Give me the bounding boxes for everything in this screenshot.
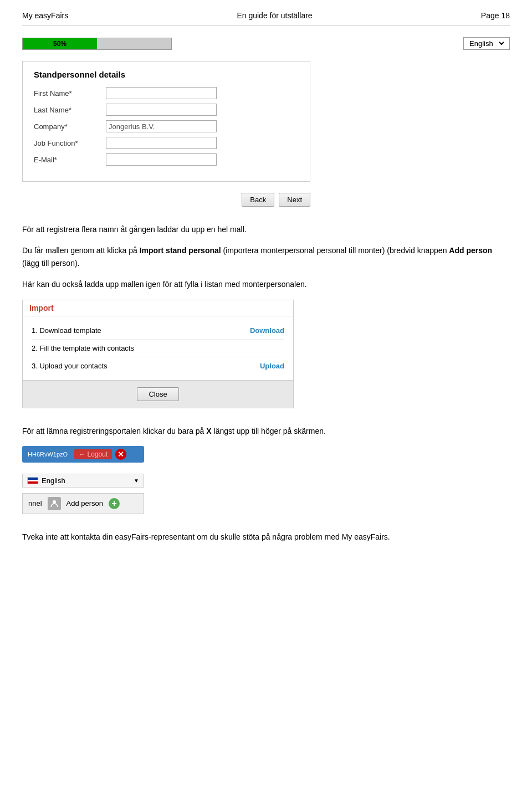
- body-text-3: Här kan du också ladda upp mallen igen f…: [22, 278, 510, 290]
- label-lastname: Last Name*: [34, 106, 106, 114]
- add-person-bar: nnel Add person +: [22, 493, 144, 514]
- page-header: My easyFairs En guide för utställare Pag…: [22, 11, 510, 26]
- download-link[interactable]: Download: [250, 326, 284, 335]
- form-row-email: E-Mail*: [34, 153, 299, 166]
- form-row-lastname: Last Name*: [34, 104, 299, 116]
- input-email[interactable]: [106, 153, 217, 166]
- svg-point-0: [53, 500, 56, 504]
- input-firstname[interactable]: [106, 87, 217, 99]
- language-dropdown[interactable]: English Swedish German: [467, 39, 506, 48]
- close-text: För att lämna registreringsportalen klic…: [22, 425, 510, 437]
- close-x-icon[interactable]: ✕: [115, 449, 126, 460]
- header-right: Page 18: [481, 11, 510, 20]
- personnel-icon: [48, 497, 61, 510]
- upload-link[interactable]: Upload: [260, 362, 284, 370]
- label-company: Company*: [34, 122, 106, 131]
- label-email: E-Mail*: [34, 156, 106, 164]
- final-text: Tveka inte att kontakta din easyFairs-re…: [22, 531, 510, 543]
- back-button[interactable]: Back: [242, 193, 274, 207]
- language-bar[interactable]: English ▼: [22, 474, 144, 488]
- header-left: My easyFairs: [22, 11, 68, 20]
- header-center: En guide för utställare: [237, 11, 312, 20]
- close-button[interactable]: Close: [137, 387, 178, 401]
- input-company[interactable]: [106, 120, 217, 132]
- import-step-3: 3. Upload your contacts Upload: [32, 357, 284, 375]
- nnel-prefix: nnel: [28, 499, 42, 507]
- step-1-text: 1. Download template: [32, 326, 101, 335]
- session-id: HH6RvW1pzO: [28, 451, 68, 458]
- form-row-firstname: First Name*: [34, 87, 299, 99]
- import-step-2: 2. Fill the template with contacts: [32, 340, 284, 357]
- dropdown-arrow-icon: ▼: [134, 478, 139, 484]
- form-row-jobfunction: Job Function*: [34, 137, 299, 149]
- form-row-company: Company*: [34, 120, 299, 132]
- next-button[interactable]: Next: [279, 193, 310, 207]
- language-bar-label: English: [42, 476, 65, 485]
- import-dialog: Import 1. Download template Download 2. …: [22, 300, 294, 408]
- import-step-1: 1. Download template Download: [32, 322, 284, 340]
- body-text-1: För att registrera flera namn åt gången …: [22, 223, 510, 235]
- add-person-label: Add person: [66, 499, 104, 507]
- progress-bar: 50%: [22, 38, 172, 50]
- logout-bar: HH6RvW1pzO ← Logout ✕: [22, 446, 144, 463]
- button-row: Back Next: [22, 193, 310, 207]
- input-jobfunction[interactable]: [106, 137, 217, 149]
- step-2-text: 2. Fill the template with contacts: [32, 344, 134, 352]
- body-text-2: Du får mallen genom att klicka på Import…: [22, 244, 510, 269]
- progress-label: 50%: [53, 40, 66, 48]
- add-person-icon[interactable]: +: [109, 498, 120, 509]
- import-dialog-footer: Close: [23, 380, 293, 408]
- flag-icon: [27, 477, 38, 484]
- progress-section: 50% English Swedish German: [22, 37, 510, 50]
- logout-button[interactable]: ← Logout: [74, 449, 112, 459]
- form-section: Standpersonnel details First Name* Last …: [22, 61, 310, 182]
- language-selector[interactable]: English Swedish German: [463, 37, 510, 50]
- screenshots-section: HH6RvW1pzO ← Logout ✕: [22, 446, 510, 463]
- input-lastname[interactable]: [106, 104, 217, 116]
- label-firstname: First Name*: [34, 89, 106, 98]
- step-3-text: 3. Upload your contacts: [32, 362, 108, 370]
- form-title: Standpersonnel details: [34, 70, 299, 79]
- import-dialog-title: Import: [23, 300, 293, 316]
- progress-fill: 50%: [23, 38, 97, 49]
- import-dialog-body: 1. Download template Download 2. Fill th…: [23, 316, 293, 380]
- label-jobfunction: Job Function*: [34, 139, 106, 147]
